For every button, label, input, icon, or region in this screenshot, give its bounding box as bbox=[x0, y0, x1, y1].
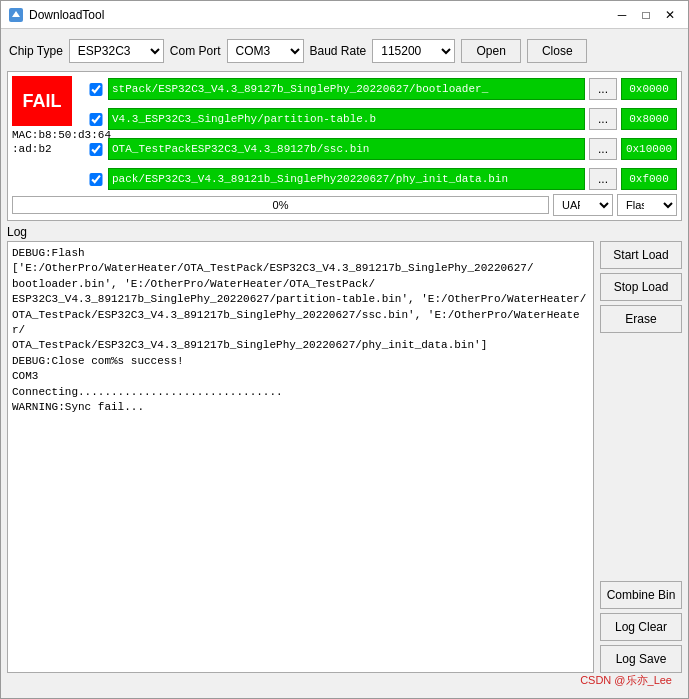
browse-btn-1[interactable]: ... bbox=[589, 78, 617, 100]
browse-btn-4[interactable]: ... bbox=[589, 168, 617, 190]
app-icon bbox=[9, 8, 23, 22]
file-path-3[interactable] bbox=[108, 138, 585, 160]
file-section: FAIL MAC:b8:50:d3:64 :ad:b2 ... bbox=[7, 71, 682, 221]
baud-rate-select[interactable]: 115200 bbox=[372, 39, 455, 63]
com-port-label: Com Port bbox=[170, 44, 221, 58]
log-area-row: DEBUG:Flash ['E:/OtherPro/WaterHeater/OT… bbox=[7, 241, 682, 673]
uart-select[interactable]: UART bbox=[553, 194, 613, 216]
button-spacer bbox=[600, 337, 682, 577]
chip-type-label: Chip Type bbox=[9, 44, 63, 58]
mac-address: MAC:b8:50:d3:64 :ad:b2 bbox=[12, 128, 84, 157]
file-row-3: ... bbox=[88, 136, 677, 162]
main-window: DownloadTool ─ □ ✕ Chip Type ESP32C3 Com… bbox=[0, 0, 689, 699]
addr-4[interactable] bbox=[621, 168, 677, 190]
close-button[interactable]: ✕ bbox=[660, 6, 680, 24]
file-checkbox-3[interactable] bbox=[88, 143, 104, 156]
file-row-1: ... bbox=[88, 76, 677, 102]
log-section: Log DEBUG:Flash ['E:/OtherPro/WaterHeate… bbox=[7, 225, 682, 673]
title-bar-left: DownloadTool bbox=[9, 8, 104, 22]
title-bar: DownloadTool ─ □ ✕ bbox=[1, 1, 688, 29]
close-button-toolbar[interactable]: Close bbox=[527, 39, 587, 63]
main-content: Chip Type ESP32C3 Com Port COM3 Baud Rat… bbox=[1, 29, 688, 679]
file-path-1[interactable] bbox=[108, 78, 585, 100]
file-row-4: ... bbox=[88, 166, 677, 192]
fail-badge: FAIL bbox=[12, 76, 72, 126]
minimize-button[interactable]: ─ bbox=[612, 6, 632, 24]
browse-btn-2[interactable]: ... bbox=[589, 108, 617, 130]
erase-button[interactable]: Erase bbox=[600, 305, 682, 333]
log-clear-button[interactable]: Log Clear bbox=[600, 613, 682, 641]
combine-bin-button[interactable]: Combine Bin bbox=[600, 581, 682, 609]
start-load-button[interactable]: Start Load bbox=[600, 241, 682, 269]
progress-bar: 0% bbox=[12, 196, 549, 214]
addr-2[interactable] bbox=[621, 108, 677, 130]
com-port-select[interactable]: COM3 bbox=[227, 39, 304, 63]
window-controls: ─ □ ✕ bbox=[612, 6, 680, 24]
addr-1[interactable] bbox=[621, 78, 677, 100]
file-row-2: ... bbox=[88, 106, 677, 132]
file-checkbox-1[interactable] bbox=[88, 83, 104, 96]
window-title: DownloadTool bbox=[29, 8, 104, 22]
watermark: CSDN @乐亦_Lee bbox=[0, 673, 680, 692]
progress-row: 0% UART Flash bbox=[12, 194, 677, 216]
log-textarea[interactable]: DEBUG:Flash ['E:/OtherPro/WaterHeater/OT… bbox=[7, 241, 594, 673]
flash-select[interactable]: Flash bbox=[617, 194, 677, 216]
open-button[interactable]: Open bbox=[461, 39, 521, 63]
log-save-button[interactable]: Log Save bbox=[600, 645, 682, 673]
progress-label: 0% bbox=[13, 197, 548, 213]
file-path-4[interactable] bbox=[108, 168, 585, 190]
toolbar-row: Chip Type ESP32C3 Com Port COM3 Baud Rat… bbox=[7, 35, 682, 67]
baud-rate-label: Baud Rate bbox=[310, 44, 367, 58]
file-path-2[interactable] bbox=[108, 108, 585, 130]
chip-type-select[interactable]: ESP32C3 bbox=[69, 39, 164, 63]
maximize-button[interactable]: □ bbox=[636, 6, 656, 24]
stop-load-button[interactable]: Stop Load bbox=[600, 273, 682, 301]
file-checkbox-2[interactable] bbox=[88, 113, 104, 126]
file-checkbox-4[interactable] bbox=[88, 173, 104, 186]
addr-3[interactable] bbox=[621, 138, 677, 160]
right-buttons: Start Load Stop Load Erase Combine Bin L… bbox=[600, 241, 682, 673]
browse-btn-3[interactable]: ... bbox=[589, 138, 617, 160]
log-label: Log bbox=[7, 225, 682, 239]
